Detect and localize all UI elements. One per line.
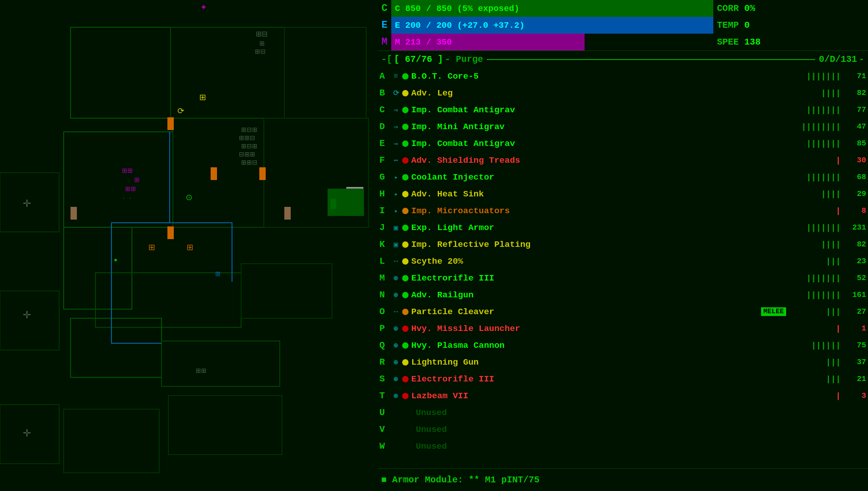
svg-rect-18	[167, 226, 174, 239]
svg-text:✛: ✛	[23, 199, 31, 210]
inv-row-m[interactable]: M⊛Electrorifle III|||||||52	[378, 270, 868, 286]
inv-status-dot-k	[402, 241, 409, 248]
inv-integrity-s: |||	[786, 375, 841, 384]
inv-row-j[interactable]: J▣Exp. Light Armor|||||||231	[378, 219, 868, 236]
inv-slots-n: 161	[843, 291, 866, 299]
inv-status-dot-i	[402, 208, 409, 214]
e-stat-row: E E 200 / 200 (+27.0 +37.2) TEMP 0	[378, 17, 868, 34]
inv-row-h[interactable]: H✦Adv. Heat Sink||||29	[378, 185, 868, 202]
inv-slots-j: 231	[843, 223, 866, 232]
inv-row-r[interactable]: R⊛Lightning Gun|||37	[378, 354, 868, 371]
inv-row-s[interactable]: S⊛Electrorifle III|||21	[378, 371, 868, 387]
inv-integrity-t: |	[786, 391, 841, 401]
bottom-text: ■ Armor Module: ** M1 pINT/75	[381, 475, 540, 485]
svg-text:█: █	[330, 198, 337, 210]
svg-rect-20	[259, 167, 266, 180]
svg-text:⊞: ⊞	[134, 176, 140, 184]
svg-rect-17	[167, 117, 174, 130]
inv-row-u[interactable]: UUnused	[378, 404, 868, 421]
temp-val: 0	[744, 20, 750, 30]
inv-row-d[interactable]: D⇒Imp. Mini Antigrav||||||||47	[378, 118, 868, 135]
svg-text:⊞: ⊞	[259, 40, 265, 47]
game-map: ⊞ ⟳ ⊙ ? █ ⊞⊞ ⊞ ⊞⊞ · · ✦ ⊞⊟ ⊞ ⊞⊟ ⊞⊟⊞ ⊞⊞⊟ …	[0, 0, 378, 491]
inv-row-o[interactable]: O↔Particle CleaverMELEE|||27	[378, 303, 868, 320]
inv-item-name-r: Lightning Gun	[411, 357, 786, 367]
m-bar: M 213 / 350	[391, 34, 713, 50]
inv-row-c[interactable]: C⇒Imp. Combat Antigrav|||||||77	[378, 101, 868, 118]
inv-item-name-n: Adv. Railgun	[411, 290, 786, 300]
inv-key-o: O	[379, 306, 389, 317]
right-panel: C C 850 / 850 (5% exposed) CORR 0% E E 2…	[378, 0, 868, 491]
inv-item-name-w: Unused	[416, 441, 866, 451]
inv-key-k: K	[379, 239, 389, 250]
inv-status-dot-d	[402, 124, 409, 130]
inv-list: A≡B.O.T. Core-5|||||||71B⟳Adv. Leg||||82…	[378, 68, 868, 468]
inv-item-name-h: Adv. Heat Sink	[411, 189, 786, 199]
svg-text:⊞: ⊞	[187, 243, 193, 252]
inv-row-t[interactable]: T⊛Lazbeam VII|3	[378, 387, 868, 404]
inv-row-l[interactable]: L↔Scythe 20%|||23	[378, 253, 868, 270]
inv-integrity-f: |	[786, 156, 841, 165]
inv-type-icon-j: ▣	[389, 223, 402, 232]
svg-text:⊟⊞⊞: ⊟⊞⊞	[239, 151, 255, 158]
inv-type-icon-d: ⇒	[389, 122, 402, 131]
inv-row-v[interactable]: VUnused	[378, 421, 868, 438]
inv-slots-s: 21	[843, 375, 866, 383]
inv-status-dot-r	[402, 359, 409, 366]
inv-integrity-b: ||||	[786, 89, 841, 98]
inv-integrity-l: |||	[786, 257, 841, 266]
inv-slots-e: 85	[843, 139, 866, 148]
inv-integrity-r: |||	[786, 358, 841, 367]
inv-type-icon-b: ⟳	[389, 89, 402, 98]
svg-text:⊞⊟⊞: ⊞⊟⊞	[241, 143, 257, 150]
inv-integrity-q: ||||||	[786, 341, 841, 350]
inv-type-icon-i: ✦	[389, 206, 402, 215]
svg-text:●: ●	[114, 256, 117, 264]
inv-slots-k: 82	[843, 240, 866, 249]
corr-stat: CORR 0%	[713, 0, 868, 17]
map-svg: ⊞ ⟳ ⊙ ? █ ⊞⊞ ⊞ ⊞⊞ · · ✦ ⊞⊟ ⊞ ⊞⊟ ⊞⊟⊞ ⊞⊞⊟ …	[0, 0, 378, 491]
inv-slots-i: 8	[843, 206, 866, 215]
svg-rect-19	[211, 167, 217, 180]
c-stat-row: C C 850 / 850 (5% exposed) CORR 0%	[378, 0, 868, 17]
inv-header: -[ [ 67/76 ] - Purge 0/D/131 -	[378, 50, 868, 68]
c-bar: C 850 / 850 (5% exposed)	[391, 0, 713, 17]
inv-slots-h: 29	[843, 190, 866, 198]
inv-item-name-a: B.O.T. Core-5	[411, 71, 786, 81]
inv-row-k[interactable]: K▣Imp. Reflective Plating||||82	[378, 236, 868, 253]
inv-item-name-f: Adv. Shielding Treads	[411, 155, 786, 165]
inv-type-icon-q: ⊛	[389, 341, 402, 350]
inv-item-name-e: Imp. Combat Antigrav	[411, 139, 786, 149]
inv-integrity-p: |	[786, 324, 841, 333]
inv-status-dot-p	[402, 326, 409, 332]
inv-status-dot-o	[402, 309, 409, 315]
inv-slots-p: 1	[843, 324, 866, 333]
m-stat-row: M M 213 / 350 SPEE 138	[378, 34, 868, 50]
inv-key-r: R	[379, 357, 389, 367]
inv-type-icon-c: ⇒	[389, 105, 402, 115]
inv-type-icon-a: ≡	[389, 72, 402, 80]
inv-integrity-i: |	[786, 206, 841, 215]
inv-row-q[interactable]: Q⊛Hvy. Plasma Cannon||||||75	[378, 337, 868, 354]
svg-text:⊞: ⊞	[199, 93, 206, 102]
inv-row-w[interactable]: WUnused	[378, 438, 868, 455]
inv-item-name-l: Scythe 20%	[411, 256, 786, 266]
inv-row-i[interactable]: I✦Imp. Microactuators|8	[378, 202, 868, 219]
svg-text:⊞⊞: ⊞⊞	[125, 185, 136, 193]
inv-row-e[interactable]: E⇒Imp. Combat Antigrav|||||||85	[378, 135, 868, 152]
inv-slots-o: 27	[843, 307, 866, 316]
inv-item-name-t: Lazbeam VII	[411, 391, 786, 401]
inv-row-n[interactable]: N⊛Adv. Railgun|||||||161	[378, 286, 868, 303]
inv-key-d: D	[379, 121, 389, 132]
inv-slots-count: [ 67/76 ]	[394, 54, 443, 65]
inv-type-icon-g: ✦	[389, 173, 402, 182]
svg-text:⊙: ⊙	[186, 193, 192, 202]
e-label: E	[378, 17, 391, 34]
inv-type-icon-t: ⊛	[389, 391, 402, 401]
inv-item-name-k: Imp. Reflective Plating	[411, 240, 786, 250]
inv-row-b[interactable]: B⟳Adv. Leg||||82	[378, 85, 868, 101]
inv-row-a[interactable]: A≡B.O.T. Core-5|||||||71	[378, 68, 868, 85]
inv-row-p[interactable]: P⊛Hvy. Missile Launcher|1	[378, 320, 868, 337]
inv-row-g[interactable]: G✦Coolant Injector|||||||68	[378, 169, 868, 185]
inv-row-f[interactable]: F⋯Adv. Shielding Treads|30	[378, 152, 868, 169]
